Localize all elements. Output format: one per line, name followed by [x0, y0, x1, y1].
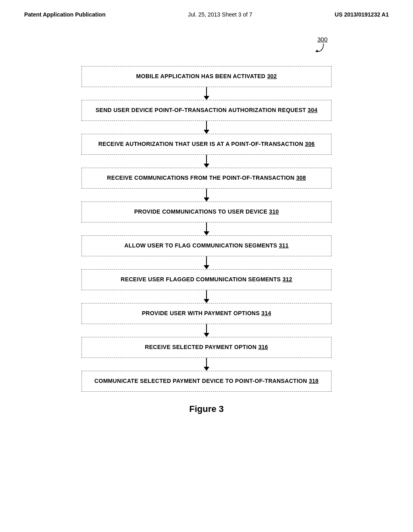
step-310-text: PROVIDE COMMUNICATIONS TO USER DEVICE 31…: [134, 208, 279, 216]
svg-marker-0: [315, 50, 319, 52]
arrow-head-5: [204, 231, 209, 235]
step-314-text: PROVIDE USER WITH PAYMENT OPTIONS 314: [142, 310, 271, 318]
step-314-box: PROVIDE USER WITH PAYMENT OPTIONS 314: [81, 303, 332, 324]
arrow-line-8: [206, 324, 207, 333]
arrow-head-9: [204, 367, 209, 371]
step-306-num: 306: [305, 141, 315, 147]
arrow-6: [204, 256, 209, 269]
step-311-box: ALLOW USER TO FLAG COMMUNICATION SEGMENT…: [81, 235, 332, 256]
arrow-line-4: [206, 189, 207, 197]
flowchart: MOBILE APPLICATION HAS BEEN ACTIVATED 30…: [73, 66, 340, 392]
step-318-text: COMMUNICATE SELECTED PAYMENT DEVICE TO P…: [94, 377, 319, 385]
arrow-4: [204, 189, 209, 202]
step-304-num: 304: [308, 107, 317, 113]
step-308-num: 308: [296, 175, 306, 181]
step-316-box: RECEIVE SELECTED PAYMENT OPTION 316: [81, 337, 332, 358]
arrow-line-3: [206, 155, 207, 164]
step-318-num: 318: [309, 378, 319, 384]
step-312-text: RECEIVE USER FLAGGED COMMUNICATION SEGME…: [121, 276, 292, 284]
arrow-head-1: [204, 96, 209, 100]
arrow-5: [204, 222, 209, 235]
arrow-9: [204, 358, 209, 371]
step-310-box: PROVIDE COMMUNICATIONS TO USER DEVICE 31…: [81, 202, 332, 222]
step-316-num: 316: [258, 344, 268, 350]
arrow-line-6: [206, 256, 207, 265]
curve-arrow-icon: [315, 43, 327, 55]
arrow-line-1: [206, 87, 207, 96]
step-306-box: RECEIVE AUTHORIZATION THAT USER IS AT A …: [81, 134, 332, 155]
arrow-2: [204, 121, 209, 134]
main-content: 300 MOBILE APPLICATION HAS BEEN ACTIVATE…: [0, 22, 413, 422]
step-302-text: MOBILE APPLICATION HAS BEEN ACTIVATED 30…: [136, 73, 277, 81]
arrow-head-8: [204, 333, 209, 337]
arrow-1: [204, 87, 209, 100]
flow-label-area: 300: [81, 34, 332, 54]
arrow-line-7: [206, 290, 207, 299]
arrow-head-7: [204, 299, 209, 303]
flow-label: 300: [317, 36, 327, 43]
step-308-box: RECEIVE COMMUNICATIONS FROM THE POINT-OF…: [81, 168, 332, 189]
arrow-line-5: [206, 222, 207, 231]
arrow-7: [204, 290, 209, 303]
step-310-num: 310: [269, 208, 279, 215]
header-right: US 2013/0191232 A1: [335, 11, 389, 18]
step-304-text: SEND USER DEVICE POINT-OF-TRANSACTION AU…: [96, 106, 317, 114]
step-312-box: RECEIVE USER FLAGGED COMMUNICATION SEGME…: [81, 269, 332, 290]
step-304-box: SEND USER DEVICE POINT-OF-TRANSACTION AU…: [81, 100, 332, 121]
header-left: Patent Application Publication: [24, 11, 106, 18]
arrow-head-3: [204, 164, 209, 168]
figure-caption: Figure 3: [189, 404, 224, 414]
step-312-num: 312: [282, 276, 292, 283]
page-header: Patent Application Publication Jul. 25, …: [0, 0, 413, 22]
step-311-num: 311: [279, 242, 288, 249]
arrow-head-6: [204, 265, 209, 269]
step-306-text: RECEIVE AUTHORIZATION THAT USER IS AT A …: [98, 140, 315, 148]
step-311-text: ALLOW USER TO FLAG COMMUNICATION SEGMENT…: [124, 242, 288, 250]
arrow-line-9: [206, 358, 207, 367]
arrow-line-2: [206, 121, 207, 130]
header-center: Jul. 25, 2013 Sheet 3 of 7: [188, 11, 252, 18]
step-302-num: 302: [267, 73, 277, 79]
step-318-box: COMMUNICATE SELECTED PAYMENT DEVICE TO P…: [81, 371, 332, 392]
arrow-head-4: [204, 197, 209, 202]
arrow-3: [204, 155, 209, 168]
step-316-text: RECEIVE SELECTED PAYMENT OPTION 316: [145, 343, 268, 351]
step-302-box: MOBILE APPLICATION HAS BEEN ACTIVATED 30…: [81, 66, 332, 87]
step-314-num: 314: [261, 310, 271, 316]
arrow-head-2: [204, 130, 209, 134]
step-308-text: RECEIVE COMMUNICATIONS FROM THE POINT-OF…: [107, 174, 306, 182]
arrow-8: [204, 324, 209, 337]
